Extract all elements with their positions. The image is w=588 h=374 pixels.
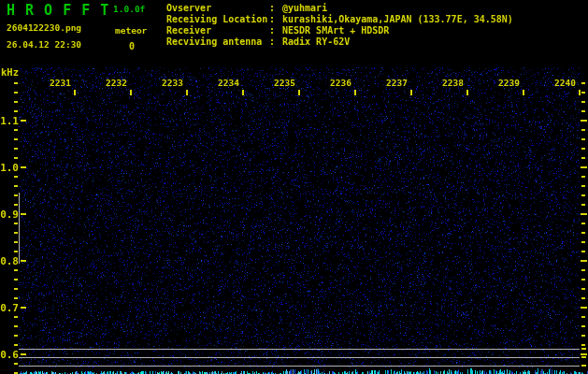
freq-minor-tick-right [581, 185, 585, 187]
observation-datetime: 26.04.12 22:30 [7, 39, 81, 50]
reference-line-middle [19, 357, 580, 358]
output-filename: 2604122230.png [7, 22, 81, 33]
app-title: H R O F F T [7, 2, 109, 19]
time-tick-label: 2240 [548, 78, 576, 88]
freq-minor-tick-left [14, 204, 18, 206]
station-label: Ovserver [166, 3, 269, 14]
freq-minor-tick-left [14, 232, 18, 234]
freq-minor-tick-left [14, 194, 18, 196]
freq-minor-tick-right [581, 204, 585, 206]
freq-minor-tick-right [581, 241, 585, 243]
freq-minor-tick-left [14, 325, 18, 327]
time-tick-mark [186, 90, 188, 95]
freq-minor-tick-left [14, 157, 18, 159]
freq-minor-tick-right [581, 251, 585, 252]
freq-major-tick-left [21, 353, 26, 355]
freq-minor-tick-right [581, 176, 585, 178]
freq-tick-label: 0.6 [0, 349, 19, 361]
freq-minor-tick-left [14, 316, 18, 318]
station-info-row: Recviving antenna:Radix RY-62V [166, 36, 513, 48]
freq-major-tick-left [21, 260, 26, 262]
freq-minor-tick-right [581, 148, 585, 150]
time-tick-mark [466, 90, 468, 95]
freq-tick-label: 1.1 [0, 115, 19, 127]
reference-line-tick-right [581, 356, 586, 358]
freq-major-tick-right [581, 120, 587, 122]
freq-major-tick-right [581, 307, 587, 309]
time-tick-mark [523, 90, 524, 95]
hrofft-window: H R O F F T 1.0.0f 2604122230.png 26.04.… [0, 0, 588, 374]
freq-minor-tick-right [581, 232, 585, 234]
station-info-row: Receiving Location:kurashiki,Okayama,JAP… [166, 14, 513, 25]
station-sep: : [269, 14, 282, 25]
time-tick-mark [410, 90, 412, 95]
time-tick-label: 2235 [267, 78, 295, 88]
station-label: Receiver [166, 25, 269, 36]
freq-minor-tick-right [581, 194, 585, 196]
freq-minor-tick-left [14, 223, 18, 224]
freq-minor-tick-right [581, 344, 585, 346]
freq-minor-tick-right [581, 297, 585, 299]
reference-line-tick-right [581, 365, 586, 367]
freq-tick-label: 0.9 [0, 209, 19, 221]
freq-tick-label: 1.0 [0, 162, 19, 174]
time-tick-label: 2239 [492, 78, 520, 88]
freq-minor-tick-left [14, 110, 18, 112]
freq-minor-tick-right [581, 316, 585, 318]
freq-axis-unit: kHz [1, 66, 19, 78]
station-info: Ovserver:@yuhmariReceiving Location:kura… [166, 3, 513, 48]
reference-line-bottom [19, 366, 580, 367]
time-tick-label: 2234 [211, 78, 239, 88]
freq-minor-tick-right [581, 110, 585, 112]
freq-major-tick-left [21, 213, 26, 215]
time-tick-mark [579, 90, 581, 95]
freq-minor-tick-left [14, 138, 18, 140]
freq-minor-tick-left [14, 129, 18, 131]
freq-minor-tick-right [581, 288, 585, 290]
freq-major-tick-left [21, 120, 26, 122]
station-sep: : [269, 36, 282, 48]
time-tick-mark [74, 90, 76, 95]
freq-minor-tick-left [14, 185, 18, 187]
reference-line-top [19, 349, 580, 350]
freq-minor-tick-right [581, 223, 585, 224]
freq-major-tick-right [581, 213, 587, 215]
freq-minor-tick-left [14, 344, 18, 346]
freq-major-tick-left [21, 307, 26, 309]
spectrogram-noise-canvas [0, 0, 588, 374]
freq-minor-tick-left [14, 251, 18, 252]
time-tick-label: 2233 [155, 78, 183, 88]
freq-minor-tick-left [14, 288, 18, 290]
time-tick-mark [298, 90, 300, 95]
freq-minor-tick-right [581, 325, 585, 327]
meteor-count-value: 0 [115, 41, 149, 51]
freq-minor-tick-right [581, 138, 585, 140]
station-value: NESDR SMArt + HDSDR [282, 25, 389, 36]
station-info-row: Receiver:NESDR SMArt + HDSDR [166, 25, 513, 36]
freq-minor-tick-left [14, 297, 18, 299]
freq-minor-tick-right [581, 335, 585, 337]
time-tick-label: 2237 [380, 78, 408, 88]
freq-minor-tick-left [14, 82, 18, 84]
time-tick-label: 2232 [99, 78, 127, 88]
time-tick-mark [354, 90, 356, 95]
freq-major-tick-right [581, 166, 587, 168]
time-tick-label: 2236 [323, 78, 351, 88]
freq-minor-tick-left [14, 92, 18, 94]
freq-minor-tick-right [581, 269, 585, 271]
freq-tick-label: 0.7 [0, 302, 19, 314]
station-sep: : [269, 3, 282, 14]
freq-minor-tick-right [581, 129, 585, 131]
freq-minor-tick-left [14, 363, 18, 365]
freq-minor-tick-right [581, 157, 585, 159]
freq-minor-tick-left [14, 241, 18, 243]
freq-minor-tick-right [581, 279, 585, 280]
station-sep: : [269, 25, 282, 36]
freq-minor-tick-right [581, 101, 585, 103]
freq-major-tick-right [581, 353, 587, 355]
freq-minor-tick-right [581, 92, 585, 94]
freq-major-tick-left [21, 166, 26, 168]
freq-minor-tick-right [581, 82, 585, 84]
time-tick-mark [242, 90, 244, 95]
freq-major-tick-right [581, 260, 587, 262]
